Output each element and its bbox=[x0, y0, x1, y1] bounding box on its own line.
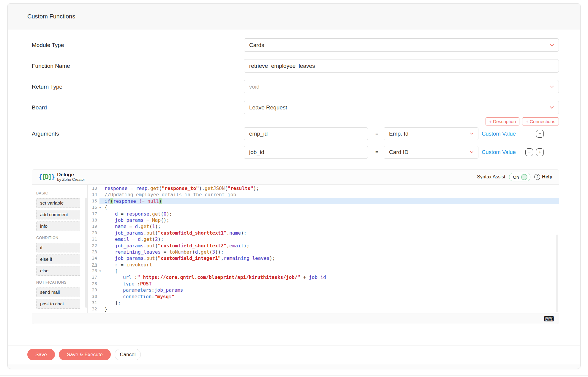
add-argument-button[interactable]: + bbox=[536, 148, 544, 156]
code-line[interactable]: 22job_params.put("customfield_shorttext2… bbox=[88, 243, 559, 249]
add-description-button[interactable]: + Description bbox=[486, 117, 520, 125]
help-button[interactable]: ? Help bbox=[534, 174, 552, 180]
argument-mapping-value: Emp. Id bbox=[389, 131, 408, 137]
line-number[interactable]: 32 bbox=[88, 306, 98, 312]
deluge-task-info[interactable]: info bbox=[36, 222, 80, 231]
code-fold-spacer bbox=[98, 198, 102, 204]
module-type-select[interactable]: Cards bbox=[244, 38, 559, 52]
custom-value-link[interactable]: Custom Value bbox=[482, 127, 516, 140]
code-fold-spacer bbox=[98, 293, 102, 300]
code-line[interactable]: 17d = response.get(0); bbox=[88, 211, 559, 217]
deluge-task-add-comment[interactable]: add comment bbox=[36, 210, 80, 219]
line-number[interactable]: 22 bbox=[88, 243, 98, 249]
line-number[interactable]: 13 bbox=[88, 185, 98, 191]
editor-body: BASICset variableadd commentinfoCONDITIO… bbox=[32, 185, 559, 313]
code-line[interactable]: 29parameters:job_params bbox=[88, 287, 559, 293]
deluge-task-post-to-chat[interactable]: post to chat bbox=[36, 299, 80, 309]
line-number[interactable]: 29 bbox=[88, 287, 98, 293]
code-fold-spacer bbox=[98, 211, 102, 217]
sidebar-section-title: NOTIFICATIONS bbox=[36, 280, 80, 285]
question-mark-icon: ? bbox=[534, 174, 540, 180]
code-line[interactable]: 27url :" https://core.qntrl.com/blueprin… bbox=[88, 274, 559, 280]
line-number[interactable]: 14 bbox=[88, 191, 98, 198]
code-line[interactable]: 24job_params.put("customfield_integer1",… bbox=[88, 255, 559, 261]
editor-footer: ⌨ bbox=[32, 313, 559, 324]
deluge-task-set-variable[interactable]: set variable bbox=[36, 198, 80, 208]
code-fold-spacer bbox=[98, 287, 102, 293]
footer-buttons: Save Save & Execute Cancel bbox=[27, 349, 141, 360]
remove-argument-button[interactable]: − bbox=[525, 148, 533, 156]
code-fold-spacer bbox=[98, 262, 102, 268]
code-fold-icon[interactable]: ▾ bbox=[98, 204, 102, 211]
line-number[interactable]: 28 bbox=[88, 281, 98, 287]
line-number[interactable]: 24 bbox=[88, 255, 98, 261]
toggle-knob-icon bbox=[521, 174, 527, 180]
line-number[interactable]: 26 bbox=[88, 268, 98, 274]
arguments-label: Arguments bbox=[32, 131, 59, 137]
argument-row: = Emp. Id Custom Value − bbox=[244, 127, 559, 140]
code-line[interactable]: 30connection:"mysql" bbox=[88, 293, 559, 300]
save-and-execute-button[interactable]: Save & Execute bbox=[59, 349, 111, 360]
code-line[interactable]: 19name = d.get(1); bbox=[88, 223, 559, 230]
code-fold-icon[interactable]: ▾ bbox=[98, 268, 102, 274]
code-line[interactable]: 25r = invokeurl bbox=[88, 262, 559, 268]
argument-mapping-select[interactable]: Card ID bbox=[384, 146, 478, 159]
code-line[interactable]: 31]; bbox=[88, 300, 559, 306]
deluge-task-else[interactable]: else bbox=[36, 266, 80, 276]
code-fold-spacer bbox=[98, 236, 102, 242]
code-line[interactable]: 26▾[ bbox=[88, 268, 559, 274]
deluge-task-send-mail[interactable]: send mail bbox=[36, 288, 80, 297]
board-select[interactable]: Leave Request bbox=[244, 101, 559, 114]
line-number[interactable]: 20 bbox=[88, 230, 98, 236]
code-line[interactable]: 15if(response != null) bbox=[88, 198, 559, 204]
line-number[interactable]: 21 bbox=[88, 236, 98, 242]
line-number[interactable]: 16 bbox=[88, 204, 98, 211]
chevron-down-icon bbox=[550, 106, 554, 109]
line-number[interactable]: 23 bbox=[88, 249, 98, 255]
code-scrollbar[interactable] bbox=[556, 235, 558, 312]
return-type-select[interactable]: void bbox=[244, 80, 559, 93]
code-line[interactable]: 13response = resp.get("response_to").get… bbox=[88, 185, 559, 191]
code-line[interactable]: 18job_params = Map(); bbox=[88, 217, 559, 223]
code-fold-spacer bbox=[98, 191, 102, 198]
deluge-logo: {[D]} Deluge by Zoho Creator bbox=[39, 172, 85, 182]
code-line[interactable]: 20job_params.put("customfield_shorttext1… bbox=[88, 230, 559, 236]
inline-actions: + Description + Connections bbox=[244, 117, 559, 125]
add-connections-button[interactable]: + Connections bbox=[522, 117, 559, 125]
custom-value-link[interactable]: Custom Value bbox=[482, 146, 516, 159]
line-number[interactable]: 30 bbox=[88, 293, 98, 300]
deluge-task-if[interactable]: if bbox=[36, 243, 80, 252]
keyboard-shortcuts-icon[interactable]: ⌨ bbox=[544, 315, 554, 323]
code-line[interactable]: 28type :POST bbox=[88, 281, 559, 287]
line-number[interactable]: 19 bbox=[88, 223, 98, 230]
code-line[interactable]: 14//Updating employee details in the cur… bbox=[88, 191, 559, 198]
page-title: Custom Functions bbox=[27, 13, 75, 20]
sidebar-scrollbar[interactable] bbox=[85, 198, 87, 308]
line-number[interactable]: 25 bbox=[88, 262, 98, 268]
sidebar-section-title: BASIC bbox=[36, 191, 80, 195]
line-number[interactable]: 17 bbox=[88, 211, 98, 217]
code-lines[interactable]: 13response = resp.get("response_to").get… bbox=[88, 185, 559, 313]
code-line[interactable]: 21email = d.get(2); bbox=[88, 236, 559, 242]
syntax-assist-toggle[interactable]: On bbox=[509, 173, 530, 181]
remove-argument-button[interactable]: − bbox=[536, 130, 544, 138]
cancel-button[interactable]: Cancel bbox=[115, 349, 141, 360]
code-fold-spacer bbox=[98, 230, 102, 236]
help-label: Help bbox=[542, 174, 552, 180]
line-number[interactable]: 31 bbox=[88, 300, 98, 306]
code-line[interactable]: 32} bbox=[88, 306, 559, 312]
line-number[interactable]: 27 bbox=[88, 274, 98, 280]
equals-sign: = bbox=[374, 146, 380, 159]
deluge-task-else-if[interactable]: else if bbox=[36, 255, 80, 264]
argument-name-input[interactable] bbox=[244, 146, 368, 159]
code-line[interactable]: 16▾{ bbox=[88, 204, 559, 211]
chevron-down-icon bbox=[470, 151, 473, 153]
line-number[interactable]: 18 bbox=[88, 217, 98, 223]
argument-mapping-select[interactable]: Emp. Id bbox=[384, 127, 478, 140]
save-button[interactable]: Save bbox=[27, 349, 55, 360]
line-number[interactable]: 15 bbox=[88, 198, 98, 204]
code-fold-spacer bbox=[98, 223, 102, 230]
function-name-input[interactable] bbox=[244, 59, 559, 73]
code-line[interactable]: 23remaining_leaves = toNumber(d.get(3)); bbox=[88, 249, 559, 255]
argument-name-input[interactable] bbox=[244, 127, 368, 140]
